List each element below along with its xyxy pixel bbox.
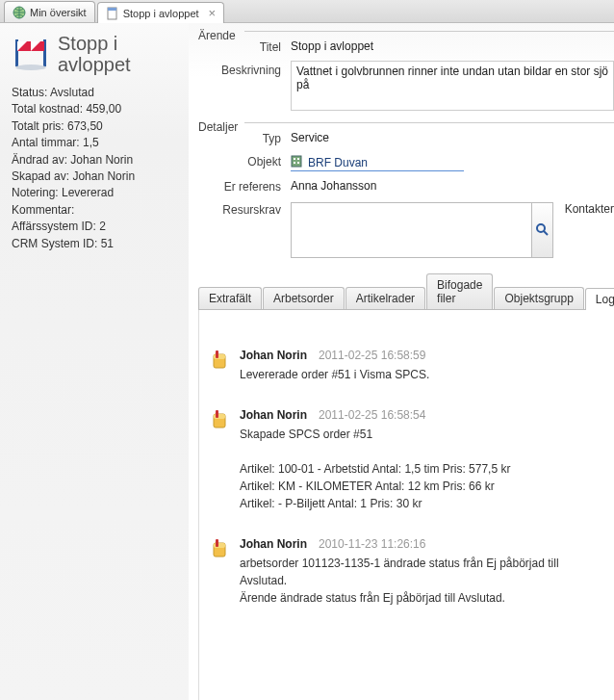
status-line: Affärssystem ID: 2: [12, 219, 177, 235]
svg-point-8: [15, 65, 46, 70]
value-titel[interactable]: Stopp i avloppet: [291, 38, 614, 57]
log-entry: Johan Norin2011-02-25 16:58:54Skapade SP…: [211, 408, 604, 512]
row-erreferens: Er referens Anna Johansson: [198, 177, 614, 196]
log-timestamp: 2011-02-25 16:58:59: [319, 349, 425, 362]
value-erreferens[interactable]: Anna Johansson: [291, 177, 614, 196]
side-title: Stopp i avloppet: [58, 33, 177, 75]
note-pin-icon: [211, 349, 230, 383]
arende-rows: Titel Stopp i avloppet Beskrivning Vattn…: [189, 34, 614, 115]
value-beskrivning[interactable]: Vattnet i golvbrunnen rinner inte undan …: [291, 61, 614, 111]
building-icon: [291, 154, 302, 170]
row-titel: Titel Stopp i avloppet: [198, 38, 614, 57]
row-typ: Typ Service: [198, 129, 614, 148]
svg-rect-13: [297, 162, 299, 164]
section-label: Ärende: [198, 29, 236, 42]
log-entry: Johan Norin2011-02-25 16:58:59Levererade…: [211, 349, 604, 383]
detail-tab[interactable]: Logg: [585, 288, 614, 310]
label-erreferens: Er referens: [198, 177, 291, 194]
status-line: Kommentar:: [12, 202, 177, 219]
barrier-icon: [12, 34, 50, 75]
status-line: Ändrad av: Johan Norin: [12, 152, 177, 169]
status-line: CRM System ID: 51: [12, 236, 177, 252]
section-detaljer: Detaljer: [196, 122, 614, 123]
svg-rect-2: [108, 8, 116, 11]
objekt-link-text: BRF Duvan: [308, 156, 368, 169]
status-line: Status: Avslutad: [12, 85, 177, 101]
log-entry: Johan Norin2010-11-23 11:26:16arbetsorde…: [211, 537, 604, 607]
log-panel[interactable]: Johan Norin2011-02-25 16:58:59Levererade…: [198, 310, 614, 700]
value-typ[interactable]: Service: [291, 129, 614, 148]
log-user: Johan Norin: [240, 349, 307, 362]
log-text: arbetsorder 101123-1135-1 ändrade status…: [240, 555, 604, 607]
svg-rect-24: [216, 539, 218, 547]
label-objekt: Objekt: [198, 152, 291, 169]
detail-tab[interactable]: Bifogade filer: [426, 273, 493, 309]
svg-rect-12: [294, 162, 295, 164]
log-user: Johan Norin: [240, 408, 307, 422]
section-label: Detaljer: [198, 120, 238, 134]
side-header: Stopp i avloppet: [12, 33, 177, 75]
status-line: Skapad av: Johan Norin: [12, 169, 177, 185]
detaljer-rows: Typ Service Objekt: [189, 125, 614, 264]
note-pin-icon: [211, 537, 230, 607]
svg-point-14: [537, 224, 545, 232]
value-objekt[interactable]: BRF Duvan: [291, 152, 614, 173]
tab-label: Min översikt: [30, 7, 87, 18]
resurskrav-search-button[interactable]: [532, 202, 553, 258]
detail-tab[interactable]: Artikelrader: [345, 287, 425, 309]
log-text: Skapade SPCS order #51 Artikel: 100-01 -…: [240, 426, 604, 512]
log-timestamp: 2011-02-25 16:58:54: [319, 408, 425, 422]
section-arende: Ärende: [196, 31, 614, 32]
svg-rect-23: [214, 543, 225, 548]
status-line: Total kostnad: 459,00: [12, 101, 177, 117]
svg-rect-9: [292, 156, 301, 167]
label-kontakter: Kontakter: [565, 202, 614, 216]
log-user: Johan Norin: [240, 537, 307, 551]
side-panel: Stopp i avloppet Status: AvslutadTotal k…: [0, 23, 189, 700]
top-tab-bar: Min översiktStopp i avloppet×: [0, 0, 614, 23]
detail-tab-bar: ExtrafältArbetsorderArtikelraderBifogade…: [198, 273, 614, 310]
app-root: Min översiktStopp i avloppet× Stopp i av…: [0, 0, 614, 700]
kontakter-column: Kontakter: [565, 202, 614, 216]
globe-icon: [13, 6, 26, 19]
status-line: Notering: Levererad: [12, 185, 177, 201]
note-pin-icon: [211, 408, 230, 512]
row-beskrivning: Beskrivning Vattnet i golvbrunnen rinner…: [198, 61, 614, 111]
status-line: Totalt pris: 673,50: [12, 118, 177, 135]
row-objekt: Objekt: [198, 152, 614, 173]
row-resurskrav: Resurskrav: [198, 200, 614, 260]
top-tab[interactable]: Min översikt: [4, 1, 95, 22]
top-tab[interactable]: Stopp i avloppet×: [97, 2, 224, 23]
detail-tab[interactable]: Extrafält: [198, 287, 262, 309]
svg-rect-17: [214, 354, 225, 359]
svg-rect-21: [216, 410, 218, 418]
close-icon[interactable]: ×: [209, 7, 217, 19]
svg-rect-11: [297, 158, 299, 160]
svg-rect-18: [216, 350, 218, 358]
svg-rect-20: [214, 414, 225, 419]
log-text: Levererade order #51 i Visma SPCS.: [240, 366, 604, 383]
status-line: Antal timmar: 1,5: [12, 135, 177, 151]
tab-label: Stopp i avloppet: [123, 8, 199, 19]
log-timestamp: 2010-11-23 11:26:16: [319, 537, 425, 551]
search-icon: [535, 222, 549, 239]
svg-rect-10: [294, 158, 295, 160]
note-icon: [106, 7, 119, 20]
status-list: Status: AvslutadTotal kostnad: 459,00Tot…: [12, 85, 177, 252]
label-beskrivning: Beskrivning: [198, 61, 291, 77]
detail-tab[interactable]: Arbetsorder: [263, 287, 345, 309]
body-split: Stopp i avloppet Status: AvslutadTotal k…: [0, 23, 614, 700]
detail-tab[interactable]: Objektsgrupp: [494, 287, 583, 309]
svg-line-15: [544, 231, 548, 235]
main-panel: Ärende Titel Stopp i avloppet Beskrivnin…: [189, 23, 614, 700]
resurskrav-input[interactable]: [291, 202, 532, 258]
label-resurskrav: Resurskrav: [198, 200, 291, 217]
